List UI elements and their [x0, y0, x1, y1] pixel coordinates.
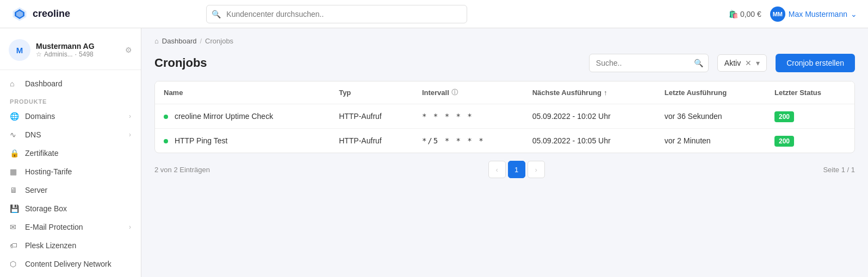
- table-search-input[interactable]: [589, 54, 709, 72]
- cell-naechste: 05.09.2022 - 10:02 Uhr: [524, 104, 656, 129]
- email-protection-label: E-Mail Protection: [25, 223, 83, 231]
- hosting-label: Hosting-Tarife: [25, 167, 72, 176]
- page-title: Cronjobs: [154, 56, 580, 70]
- col-status: Letzter Status: [766, 81, 854, 104]
- user-menu[interactable]: MM Max Mustermann ⌄: [770, 7, 857, 22]
- sidebar-item-cdn[interactable]: ⬡ Content Delivery Network: [0, 255, 141, 273]
- status-filter[interactable]: Aktiv ✕ ▾: [717, 54, 767, 72]
- sidebar-item-dashboard[interactable]: ⌂ Dashboard: [0, 74, 141, 93]
- star-icon: ☆: [36, 51, 42, 58]
- profile-info: Mustermann AG ☆ Adminis... · 5498: [36, 42, 120, 58]
- table-row: creoline Mirror Uptime Check HTTP-Aufruf…: [155, 104, 854, 129]
- page-1-button[interactable]: 1: [508, 161, 525, 178]
- wifi-icon: ∿: [10, 130, 20, 139]
- cell-status: 200: [766, 104, 854, 129]
- domains-label: Domains: [25, 112, 55, 121]
- global-search-input[interactable]: [206, 5, 467, 23]
- sidebar-item-hosting[interactable]: ▦ Hosting-Tarife: [0, 162, 141, 181]
- table-row: HTTP Ping Test HTTP-Aufruf */5 * * * * 0…: [155, 129, 854, 153]
- search-icon: 🔍: [694, 59, 703, 67]
- topnav-right: 🛍️ 0,00 € MM Max Mustermann ⌄: [729, 7, 857, 22]
- sidebar-item-dns[interactable]: ∿ DNS ›: [0, 125, 141, 144]
- sidebar-profile: M Mustermann AG ☆ Adminis... · 5498 ⚙: [0, 35, 141, 70]
- gear-icon[interactable]: ⚙: [125, 46, 132, 54]
- server-icon: ▦: [10, 167, 20, 176]
- page-info: Seite 1 / 1: [823, 166, 855, 174]
- desktop-icon: 🖥: [10, 186, 20, 194]
- row-name: HTTP Ping Test: [175, 136, 228, 145]
- next-page-button[interactable]: ›: [528, 161, 545, 178]
- pagination-bar: 2 von 2 Einträgen ‹ 1 › Seite 1 / 1: [141, 153, 868, 186]
- envelope-icon: ✉: [10, 223, 20, 231]
- sidebar-item-email-protection[interactable]: ✉ E-Mail Protection ›: [0, 218, 141, 236]
- logo[interactable]: creoline: [11, 5, 70, 23]
- filter-value: Aktiv: [724, 59, 741, 67]
- pagination-controls: ‹ 1 ›: [488, 161, 545, 178]
- zertifikate-label: Zertifikate: [25, 149, 58, 158]
- user-avatar: MM: [770, 7, 785, 22]
- role-label: Adminis...: [44, 51, 73, 58]
- dropdown-arrow-icon: ▾: [756, 59, 760, 67]
- hdd-icon: 💾: [10, 204, 20, 213]
- info-icon[interactable]: ⓘ: [451, 88, 458, 97]
- entry-count: 2 von 2 Einträgen: [154, 166, 210, 174]
- profile-sub: ☆ Adminis... · 5498: [36, 51, 120, 58]
- cell-name: creoline Mirror Uptime Check: [155, 104, 330, 129]
- col-letzte: Letzte Ausführung: [656, 81, 766, 104]
- server-label: Server: [25, 186, 47, 194]
- search-icon: 🔍: [212, 10, 221, 18]
- role-id: 5498: [79, 51, 94, 58]
- network-icon: ⬡: [10, 260, 20, 268]
- cronjobs-table: Name Typ Intervall ⓘ Nächste Ausführung: [155, 81, 854, 153]
- avatar: M: [9, 39, 30, 61]
- topnav: creoline 🔍 🛍️ 0,00 € MM Max Mustermann ⌄: [0, 0, 868, 28]
- cell-letzte: vor 36 Sekunden: [656, 104, 766, 129]
- col-name: Name: [155, 81, 330, 104]
- breadcrumb-current: Cronjobs: [205, 37, 233, 45]
- sidebar-item-plesk[interactable]: 🏷 Plesk Lizenzen: [0, 236, 141, 255]
- page-header: Cronjobs 🔍 Aktiv ✕ ▾ Cronjob erstellen: [141, 49, 868, 81]
- sidebar: M Mustermann AG ☆ Adminis... · 5498 ⚙ ⌂ …: [0, 28, 141, 277]
- cart-area[interactable]: 🛍️ 0,00 €: [729, 10, 761, 18]
- sidebar-item-server[interactable]: 🖥 Server: [0, 181, 141, 199]
- row-name: creoline Mirror Uptime Check: [175, 112, 273, 121]
- status-badge: 200: [774, 111, 794, 122]
- sidebar-item-storage-box[interactable]: 💾 Storage Box: [0, 199, 141, 218]
- sort-icon: ↑: [604, 89, 607, 97]
- breadcrumb-dashboard[interactable]: Dashboard: [162, 37, 197, 45]
- dns-label: DNS: [25, 130, 41, 139]
- global-search[interactable]: 🔍: [206, 5, 467, 23]
- chevron-right-icon: ›: [129, 112, 131, 120]
- logo-text: creoline: [33, 8, 70, 20]
- sidebar-item-zertifikate[interactable]: 🔒 Zertifikate: [0, 144, 141, 162]
- cell-intervall: */5 * * * *: [413, 129, 524, 153]
- cell-intervall: * * * * *: [413, 104, 524, 129]
- company-name: Mustermann AG: [36, 42, 120, 51]
- home-icon: ⌂: [10, 79, 20, 88]
- cell-typ: HTTP-Aufruf: [330, 129, 413, 153]
- sidebar-item-domains[interactable]: 🌐 Domains ›: [0, 107, 141, 125]
- cell-naechste: 05.09.2022 - 10:05 Uhr: [524, 129, 656, 153]
- clear-filter-icon[interactable]: ✕: [745, 59, 752, 67]
- main-content: ⌂ Dashboard / Cronjobs Cronjobs 🔍 Aktiv …: [141, 28, 868, 277]
- chevron-right-icon: ›: [129, 223, 131, 231]
- cell-status: 200: [766, 129, 854, 153]
- plesk-label: Plesk Lizenzen: [25, 241, 76, 250]
- breadcrumb-separator: /: [200, 37, 202, 45]
- status-dot: [164, 115, 168, 119]
- col-typ: Typ: [330, 81, 413, 104]
- home-breadcrumb-icon: ⌂: [154, 37, 159, 45]
- cart-icon: 🛍️: [729, 10, 738, 18]
- table-search[interactable]: 🔍: [589, 54, 709, 72]
- lock-icon: 🔒: [10, 149, 20, 158]
- cell-letzte: vor 2 Minuten: [656, 129, 766, 153]
- chevron-down-icon: ⌄: [851, 10, 857, 18]
- create-cronjob-button[interactable]: Cronjob erstellen: [776, 54, 855, 72]
- user-name: Max Mustermann: [789, 10, 847, 18]
- prev-page-button[interactable]: ‹: [488, 161, 506, 178]
- storage-box-label: Storage Box: [25, 204, 67, 213]
- col-intervall: Intervall ⓘ: [413, 81, 524, 104]
- dashboard-label: Dashboard: [25, 79, 63, 88]
- cell-name: HTTP Ping Test: [155, 129, 330, 153]
- breadcrumb: ⌂ Dashboard / Cronjobs: [141, 28, 868, 49]
